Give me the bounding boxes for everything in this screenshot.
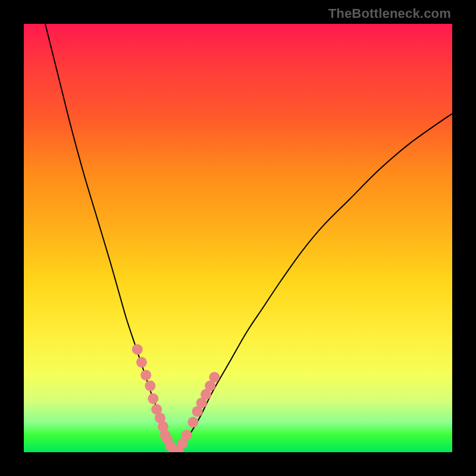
highlight-dot <box>132 344 143 355</box>
bottleneck-curve <box>45 24 452 452</box>
highlight-dot <box>145 380 155 391</box>
chart-svg <box>24 24 452 452</box>
highlight-dot <box>140 369 151 380</box>
plot-area <box>24 24 452 452</box>
highlight-dots-group <box>132 344 220 452</box>
highlight-dot <box>187 417 198 428</box>
highlight-dot <box>148 393 158 404</box>
highlight-dot <box>209 372 220 383</box>
chart-container: TheBottleneck.com <box>0 0 476 476</box>
highlight-dot <box>181 430 192 440</box>
attribution-text: TheBottleneck.com <box>328 6 451 21</box>
highlight-dot <box>136 357 147 368</box>
